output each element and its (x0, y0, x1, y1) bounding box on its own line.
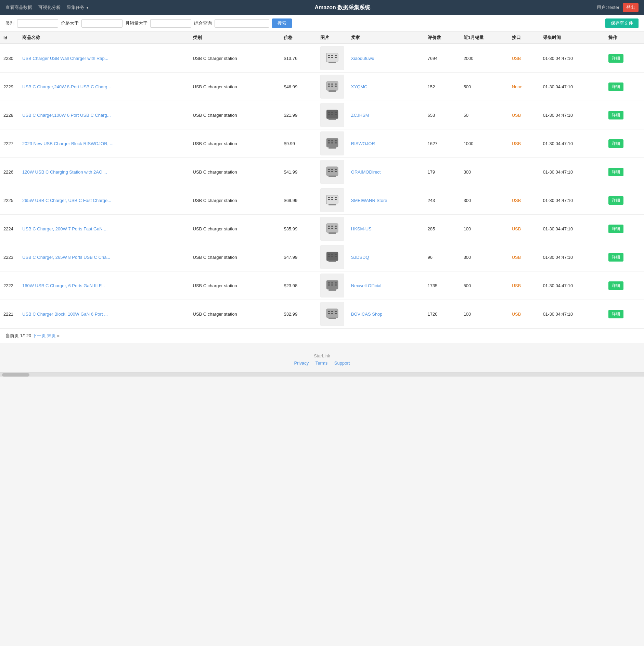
cell-id: 2226 (0, 158, 19, 186)
detail-button-2228[interactable]: 详细 (608, 111, 623, 119)
monthly-input[interactable] (150, 19, 191, 28)
detail-button-2224[interactable]: 详细 (608, 225, 623, 233)
cell-name[interactable]: USB C Charger,240W 8-Port USB C Charg... (19, 73, 190, 101)
cell-time: 01-30 04:47:10 (540, 300, 605, 328)
col-header-id: id (0, 32, 19, 44)
logout-button[interactable]: 登出 (623, 3, 639, 12)
svg-rect-70 (331, 284, 333, 286)
cell-seller[interactable]: SMEIWANR Store (348, 186, 424, 215)
cell-name[interactable]: USB C Charger Block, 100W GaN 6 Port ... (19, 300, 190, 328)
cell-reviews: 1735 (424, 271, 460, 300)
detail-button-2226[interactable]: 详细 (608, 168, 623, 176)
cell-seller[interactable]: Nexwell Official (348, 271, 424, 300)
svg-rect-21 (328, 114, 330, 115)
svg-rect-46 (331, 199, 333, 200)
svg-rect-13 (328, 86, 330, 87)
category-input[interactable] (17, 19, 58, 28)
table-header-row: id 商品名称 类别 价格 图片 卖家 评价数 近1月销量 接口 采集时间 操作 (0, 32, 644, 44)
svg-rect-30 (331, 142, 333, 143)
cell-action: 详细 (605, 186, 644, 215)
cell-action: 详细 (605, 101, 644, 129)
detail-button-2225[interactable]: 详细 (608, 196, 623, 205)
pagination-next[interactable]: 下一页 (33, 333, 46, 338)
cell-id: 2223 (0, 243, 19, 271)
cell-category: USB C charger station (190, 129, 281, 158)
cell-port: USB (508, 186, 540, 215)
cell-name[interactable]: USB C Charger, 265W 8 Ports USB C Cha... (19, 243, 190, 271)
svg-rect-34 (328, 169, 330, 170)
svg-rect-33 (329, 176, 336, 177)
products-table: id 商品名称 类别 价格 图片 卖家 评价数 近1月销量 接口 采集时间 操作… (0, 32, 644, 328)
pagination-last[interactable]: 末页 (47, 333, 56, 338)
nav-view-products[interactable]: 查看商品数据 (5, 4, 32, 11)
footer: StarLink Privacy Terms Support (0, 343, 644, 372)
cell-seller[interactable]: XYQMC (348, 73, 424, 101)
table-row: 2230 USB Charger USB Wall Charger with R… (0, 44, 644, 73)
detail-button-2230[interactable]: 详细 (608, 54, 623, 63)
product-image-2226 (320, 160, 344, 184)
cell-seller[interactable]: Xiaodufuwu (348, 44, 424, 73)
svg-rect-39 (335, 171, 337, 172)
detail-button-2222[interactable]: 详细 (608, 281, 623, 290)
horizontal-scrollbar[interactable] (0, 372, 644, 377)
product-image-2225 (320, 188, 344, 212)
cell-name[interactable]: 265W USB C Charger, USB C Fast Charge... (19, 186, 190, 215)
price-input[interactable] (81, 19, 123, 28)
user-label: 用户: tester (597, 4, 619, 11)
product-image-2228 (320, 103, 344, 127)
cell-action: 详细 (605, 300, 644, 328)
cell-price: $47.99 (280, 243, 317, 271)
svg-rect-68 (335, 282, 337, 283)
cell-id: 2224 (0, 215, 19, 243)
svg-rect-1 (329, 62, 336, 63)
cell-id: 2222 (0, 271, 19, 300)
cell-seller[interactable]: RISWOJOR (348, 129, 424, 158)
cell-name[interactable]: 120W USB C Charging Station with 2AC ... (19, 158, 190, 186)
cell-monthly: 300 (460, 158, 508, 186)
detail-button-2229[interactable]: 详细 (608, 83, 623, 91)
cell-seller[interactable]: ORAIMODirect (348, 158, 424, 186)
col-header-monthly: 近1月销量 (460, 32, 508, 44)
search-button[interactable]: 搜索 (272, 18, 292, 28)
composite-input[interactable] (215, 19, 269, 28)
cell-seller[interactable]: SJDSDQ (348, 243, 424, 271)
svg-rect-4 (335, 55, 337, 56)
svg-rect-73 (329, 318, 336, 319)
detail-button-2223[interactable]: 详细 (608, 253, 623, 262)
cell-name[interactable]: USB C Charger,100W 6 Port USB C Charg... (19, 101, 190, 129)
cell-name[interactable]: 2023 New USB Charger Block RISWOJOR, ... (19, 129, 190, 158)
svg-rect-6 (331, 57, 333, 58)
svg-rect-65 (329, 289, 336, 291)
cell-price: $23.98 (280, 271, 317, 300)
svg-rect-20 (335, 112, 337, 113)
detail-button-2227[interactable]: 详细 (608, 139, 623, 148)
nav-collect-tasks[interactable]: 采集任务 ▾ (67, 4, 88, 11)
col-header-category: 类别 (190, 32, 281, 44)
cell-action: 详细 (605, 215, 644, 243)
cell-seller[interactable]: BOVICAS Shop (348, 300, 424, 328)
cell-seller[interactable]: HKSM-US (348, 215, 424, 243)
svg-rect-49 (329, 232, 336, 234)
cell-monthly: 1000 (460, 129, 508, 158)
cell-name[interactable]: USB C Charger, 200W 7 Ports Fast GaN ... (19, 215, 190, 243)
cell-time: 01-30 04:47:10 (540, 186, 605, 215)
footer-support-link[interactable]: Support (334, 360, 350, 366)
footer-links: Privacy Terms Support (0, 360, 644, 366)
cell-name[interactable]: USB Charger USB Wall Charger with Rap... (19, 44, 190, 73)
scrollbar-thumb[interactable] (2, 373, 29, 377)
composite-label: 综合查询 (194, 20, 212, 26)
cell-port: USB (508, 44, 540, 73)
cell-monthly: 100 (460, 300, 508, 328)
footer-privacy-link[interactable]: Privacy (294, 360, 309, 366)
footer-terms-link[interactable]: Terms (315, 360, 327, 366)
cell-name[interactable]: 160W USB C Charger, 6 Ports GaN III F... (19, 271, 190, 300)
svg-rect-38 (331, 171, 333, 172)
page-title: Amazon 数据采集系统 (88, 4, 597, 11)
cell-seller[interactable]: ZCJHSM (348, 101, 424, 129)
nav-visualization[interactable]: 可视化分析 (38, 4, 61, 11)
svg-rect-54 (331, 228, 333, 229)
export-button[interactable]: 保存至文件 (605, 18, 639, 28)
cell-image (317, 44, 348, 73)
col-header-image: 图片 (317, 32, 348, 44)
detail-button-2221[interactable]: 详细 (608, 310, 623, 318)
